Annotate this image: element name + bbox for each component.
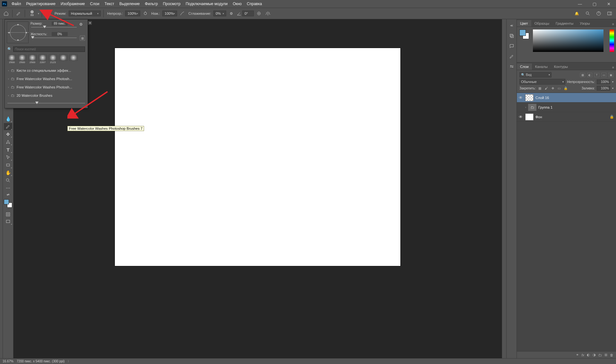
rectangle-tool[interactable]	[4, 161, 12, 169]
layers-panel-menu[interactable]: ≡	[610, 65, 616, 70]
size-value[interactable]: 89 пикс.	[52, 21, 68, 26]
lock-icon[interactable]: 🔒	[610, 115, 614, 119]
brush-preset[interactable]: 2500	[18, 54, 27, 64]
layers-tab-Слои[interactable]: Слои	[517, 63, 532, 70]
quick-mask-tool[interactable]	[4, 211, 12, 218]
visibility-toggle[interactable]: 👁	[519, 115, 523, 119]
new-brush-preset-icon[interactable]: ⊞	[80, 36, 85, 41]
maximize-button[interactable]: ▢	[587, 0, 602, 8]
popover-close-button[interactable]: ✕	[88, 21, 92, 25]
brush-tip-preview[interactable]	[7, 21, 29, 43]
expand-chevron[interactable]: ›	[525, 106, 526, 109]
new-group-icon[interactable]: 🗀	[598, 353, 602, 357]
brush-preset[interactable]	[69, 54, 78, 64]
comments-panel-icon[interactable]	[509, 43, 515, 49]
close-button[interactable]: ✕	[602, 0, 616, 8]
angle-input[interactable]: 0°	[242, 11, 254, 16]
menu-Окно[interactable]: Окно	[230, 0, 244, 7]
color-field[interactable]	[533, 29, 603, 52]
layer-name[interactable]: Группа 1	[538, 105, 552, 109]
brush-preset[interactable]: 2267	[38, 54, 47, 64]
filter-pixel-icon[interactable]: ▦	[580, 73, 585, 77]
color-foreground-background[interactable]	[519, 29, 529, 39]
delete-layer-icon[interactable]: 🗑	[610, 353, 613, 357]
menu-Редактирование[interactable]: Редактирование	[24, 0, 58, 7]
menu-Просмотр[interactable]: Просмотр	[160, 0, 183, 7]
layer-fx-icon[interactable]: fx	[581, 353, 584, 357]
layer-row[interactable]: 👁Фон🔒	[517, 112, 616, 122]
airbrush-icon[interactable]	[178, 10, 186, 17]
layer-row[interactable]: 👁Слой 16	[517, 93, 616, 103]
screen-mode-tool[interactable]	[4, 218, 12, 225]
new-layer-icon[interactable]: ⊞	[604, 353, 607, 357]
lock-pos-icon[interactable]: ✥	[551, 86, 555, 91]
lock-trans-icon[interactable]: ▦	[538, 86, 542, 91]
layers-tab-Контуры[interactable]: Контуры	[551, 63, 571, 70]
layer-blend-mode[interactable]: Обычные▾	[519, 79, 565, 85]
color-tab-Узоры[interactable]: Узоры	[577, 20, 593, 27]
brush-folder[interactable]: ›🗀Кисти со специальными эффек...	[6, 66, 86, 75]
filter-shape-icon[interactable]: ▭	[601, 73, 606, 77]
link-layers-icon[interactable]: ⚭	[576, 353, 579, 357]
zoom-tool[interactable]	[4, 177, 12, 184]
hue-slider[interactable]	[610, 29, 614, 52]
layer-name[interactable]: Фон	[535, 115, 542, 119]
workspace-icon[interactable]	[606, 10, 613, 17]
menu-Фильтр[interactable]: Фильтр	[142, 0, 160, 7]
brush-search-input[interactable]	[13, 46, 85, 52]
visibility-toggle[interactable]: 👁	[519, 95, 523, 100]
brush-panel-toggle[interactable]	[45, 10, 52, 17]
lock-artboard-icon[interactable]: ▭	[557, 86, 561, 91]
layer-filter-kind[interactable]: 🔍 Вид▾	[519, 72, 552, 78]
properties-panel-icon[interactable]	[509, 53, 515, 60]
color-tab-Образцы[interactable]: Образцы	[531, 20, 552, 27]
brush-preset[interactable]: 2500	[7, 54, 16, 64]
layer-row[interactable]: ›🗀Группа 1	[517, 103, 616, 112]
brush-settings-gear-icon[interactable]: ⚙	[79, 22, 84, 27]
smoothing-options-icon[interactable]: ⚙	[227, 10, 235, 17]
lock-all-icon[interactable]: 🔒	[563, 86, 568, 91]
lock-paint-icon[interactable]: 🖌	[544, 86, 549, 91]
layer-name[interactable]: Слой 16	[535, 96, 549, 100]
smoothing-combo[interactable]: 0%▾	[213, 11, 226, 16]
type-tool[interactable]: T	[4, 146, 12, 153]
pressure-size-icon[interactable]	[255, 10, 263, 17]
menu-Слои[interactable]: Слои	[88, 0, 102, 7]
opacity-pressure-icon[interactable]	[141, 10, 149, 17]
blend-mode-combo[interactable]: Нормальный▾	[69, 11, 101, 16]
layers-tab-Каналы[interactable]: Каналы	[532, 63, 551, 70]
menu-Подключаемые модули[interactable]: Подключаемые модули	[183, 0, 230, 7]
preview-size-slider[interactable]	[7, 102, 85, 106]
color-panel-menu[interactable]: ≡	[610, 22, 616, 27]
history-panel-icon[interactable]	[509, 33, 515, 39]
menu-Выделение[interactable]: Выделение	[117, 0, 142, 7]
clone-stamp-tool[interactable]: ✥	[4, 131, 12, 138]
canvas[interactable]	[115, 48, 400, 266]
swap-colors-icon[interactable]: ⇄	[4, 192, 12, 197]
eyedropper-tool[interactable]: 💧	[4, 115, 12, 122]
filter-adjust-icon[interactable]: ◐	[587, 73, 592, 77]
opacity-combo[interactable]: 100%▾	[125, 11, 140, 16]
color-tab-Градиенты[interactable]: Градиенты	[552, 20, 577, 27]
minimize-button[interactable]: —	[573, 0, 587, 8]
brush-tool[interactable]	[4, 123, 12, 130]
layer-opacity-value[interactable]: 100%	[597, 79, 610, 84]
search-icon[interactable]	[584, 10, 592, 17]
brush-folder[interactable]: ›🗀20 Watercolor Brushes	[6, 91, 86, 100]
home-button[interactable]	[3, 10, 10, 17]
filter-smart-icon[interactable]: ▣	[608, 73, 613, 77]
layer-mask-icon[interactable]: ◐	[587, 353, 590, 357]
hardness-slider[interactable]	[31, 37, 77, 41]
path-select-tool[interactable]	[4, 154, 12, 161]
menu-Файл[interactable]: Файл	[9, 0, 24, 7]
brush-preset[interactable]: 2123	[48, 54, 57, 64]
hand-tool[interactable]: ✋	[4, 169, 12, 176]
menu-Текст[interactable]: Текст	[102, 0, 117, 7]
brush-folder[interactable]: ›🗀Free Watercolor Washes Photosh...	[6, 83, 86, 91]
menu-Справка[interactable]: Справка	[244, 0, 264, 7]
doc-info[interactable]: 7200 пикс. x 5400 пикс. (300 ppi)	[17, 360, 64, 363]
notifications-icon[interactable]: 🔔	[573, 10, 581, 17]
brush-preset[interactable]: 2500	[28, 54, 37, 64]
brush-tool-icon[interactable]	[15, 10, 22, 17]
zoom-level[interactable]: 16.67%	[3, 360, 13, 363]
